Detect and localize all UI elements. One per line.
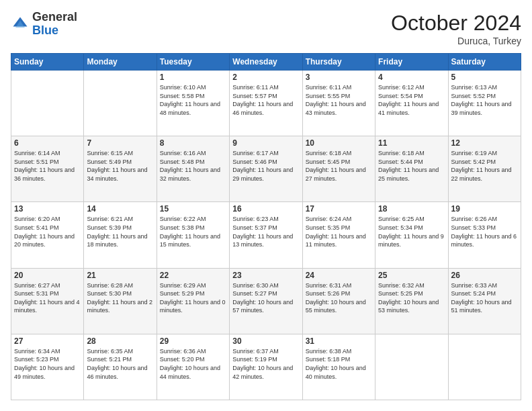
logo-text: General Blue [32, 11, 77, 38]
calendar-cell: 10Sunrise: 6:18 AMSunset: 5:45 PMDayligh… [302, 136, 375, 202]
calendar-week-2: 6Sunrise: 6:14 AMSunset: 5:51 PMDaylight… [11, 136, 521, 202]
logo-icon [11, 15, 30, 34]
day-number: 11 [378, 138, 445, 148]
calendar-cell: 20Sunrise: 6:27 AMSunset: 5:31 PMDayligh… [11, 268, 84, 334]
day-info: Sunrise: 6:19 AMSunset: 5:42 PMDaylight:… [451, 149, 518, 183]
day-info: Sunrise: 6:18 AMSunset: 5:44 PMDaylight:… [378, 149, 445, 183]
calendar-cell: 21Sunrise: 6:28 AMSunset: 5:30 PMDayligh… [84, 268, 157, 334]
calendar-cell: 16Sunrise: 6:23 AMSunset: 5:37 PMDayligh… [230, 202, 302, 268]
day-info: Sunrise: 6:29 AMSunset: 5:29 PMDaylight:… [160, 281, 226, 315]
day-number: 24 [306, 271, 372, 280]
page: General Blue October 2024 Duruca, Turkey… [0, 0, 532, 411]
logo: General Blue [11, 11, 77, 38]
day-info: Sunrise: 6:22 AMSunset: 5:38 PMDaylight:… [160, 215, 226, 248]
day-number: 10 [306, 138, 372, 148]
day-number: 2 [232, 73, 299, 82]
day-number: 9 [232, 138, 299, 148]
th-tuesday: Tuesday [157, 54, 229, 71]
calendar-cell: 11Sunrise: 6:18 AMSunset: 5:44 PMDayligh… [375, 136, 448, 202]
calendar-cell: 23Sunrise: 6:30 AMSunset: 5:27 PMDayligh… [230, 268, 302, 334]
day-info: Sunrise: 6:36 AMSunset: 5:20 PMDaylight:… [160, 347, 226, 381]
calendar-cell: 8Sunrise: 6:16 AMSunset: 5:48 PMDaylight… [157, 136, 229, 202]
calendar-cell: 1Sunrise: 6:10 AMSunset: 5:58 PMDaylight… [157, 71, 229, 136]
calendar-cell: 27Sunrise: 6:34 AMSunset: 5:23 PMDayligh… [11, 334, 84, 400]
calendar-cell: 18Sunrise: 6:25 AMSunset: 5:34 PMDayligh… [375, 202, 448, 268]
day-number: 22 [160, 271, 226, 280]
day-info: Sunrise: 6:32 AMSunset: 5:25 PMDaylight:… [378, 281, 445, 315]
day-info: Sunrise: 6:30 AMSunset: 5:27 PMDaylight:… [232, 281, 299, 315]
day-number: 6 [14, 138, 81, 148]
calendar-cell: 2Sunrise: 6:11 AMSunset: 5:57 PMDaylight… [230, 71, 302, 136]
day-info: Sunrise: 6:25 AMSunset: 5:34 PMDaylight:… [378, 215, 445, 248]
calendar-cell [375, 334, 448, 400]
day-number: 17 [306, 204, 372, 214]
calendar-cell: 29Sunrise: 6:36 AMSunset: 5:20 PMDayligh… [157, 334, 229, 400]
calendar-cell: 7Sunrise: 6:15 AMSunset: 5:49 PMDaylight… [84, 136, 157, 202]
calendar-cell: 3Sunrise: 6:11 AMSunset: 5:55 PMDaylight… [302, 71, 375, 136]
calendar-cell: 25Sunrise: 6:32 AMSunset: 5:25 PMDayligh… [375, 268, 448, 334]
day-number: 23 [232, 271, 299, 280]
day-info: Sunrise: 6:10 AMSunset: 5:58 PMDaylight:… [160, 83, 226, 117]
location-subtitle: Duruca, Turkey [391, 36, 521, 46]
calendar-cell: 4Sunrise: 6:12 AMSunset: 5:54 PMDaylight… [375, 71, 448, 136]
calendar-cell: 17Sunrise: 6:24 AMSunset: 5:35 PMDayligh… [302, 202, 375, 268]
calendar-cell: 24Sunrise: 6:31 AMSunset: 5:26 PMDayligh… [302, 268, 375, 334]
calendar-week-3: 13Sunrise: 6:20 AMSunset: 5:41 PMDayligh… [11, 202, 521, 268]
calendar-table: Sunday Monday Tuesday Wednesday Thursday… [11, 53, 521, 400]
day-number: 19 [451, 204, 518, 214]
day-number: 20 [14, 271, 81, 280]
logo-blue: Blue [32, 24, 58, 37]
day-info: Sunrise: 6:21 AMSunset: 5:39 PMDaylight:… [87, 215, 153, 248]
day-info: Sunrise: 6:18 AMSunset: 5:45 PMDaylight:… [306, 149, 372, 183]
calendar-cell: 13Sunrise: 6:20 AMSunset: 5:41 PMDayligh… [11, 202, 84, 268]
day-number: 8 [160, 138, 226, 148]
day-number: 27 [14, 336, 81, 346]
th-friday: Friday [375, 54, 448, 71]
day-info: Sunrise: 6:37 AMSunset: 5:19 PMDaylight:… [232, 347, 299, 381]
day-info: Sunrise: 6:20 AMSunset: 5:41 PMDaylight:… [14, 215, 81, 248]
header-row: Sunday Monday Tuesday Wednesday Thursday… [11, 54, 521, 71]
day-number: 13 [14, 204, 81, 214]
day-info: Sunrise: 6:34 AMSunset: 5:23 PMDaylight:… [14, 347, 81, 381]
day-number: 12 [451, 138, 518, 148]
day-info: Sunrise: 6:15 AMSunset: 5:49 PMDaylight:… [87, 149, 153, 183]
calendar-cell: 6Sunrise: 6:14 AMSunset: 5:51 PMDaylight… [11, 136, 84, 202]
day-info: Sunrise: 6:35 AMSunset: 5:21 PMDaylight:… [87, 347, 153, 381]
day-info: Sunrise: 6:26 AMSunset: 5:33 PMDaylight:… [451, 215, 518, 248]
logo-general: General [32, 10, 77, 24]
calendar-cell: 14Sunrise: 6:21 AMSunset: 5:39 PMDayligh… [84, 202, 157, 268]
day-info: Sunrise: 6:12 AMSunset: 5:54 PMDaylight:… [378, 83, 445, 117]
th-monday: Monday [84, 54, 157, 71]
day-info: Sunrise: 6:28 AMSunset: 5:30 PMDaylight:… [87, 281, 153, 315]
calendar-week-1: 1Sunrise: 6:10 AMSunset: 5:58 PMDaylight… [11, 71, 521, 136]
day-number: 15 [160, 204, 226, 214]
calendar-cell: 30Sunrise: 6:37 AMSunset: 5:19 PMDayligh… [230, 334, 302, 400]
th-thursday: Thursday [302, 54, 375, 71]
day-info: Sunrise: 6:31 AMSunset: 5:26 PMDaylight:… [306, 281, 372, 315]
day-number: 1 [160, 73, 226, 82]
day-info: Sunrise: 6:24 AMSunset: 5:35 PMDaylight:… [306, 215, 372, 248]
title-block: October 2024 Duruca, Turkey [391, 11, 521, 46]
day-number: 16 [232, 204, 299, 214]
month-title: October 2024 [391, 11, 521, 36]
calendar-cell: 31Sunrise: 6:38 AMSunset: 5:18 PMDayligh… [302, 334, 375, 400]
calendar-week-4: 20Sunrise: 6:27 AMSunset: 5:31 PMDayligh… [11, 268, 521, 334]
day-info: Sunrise: 6:17 AMSunset: 5:46 PMDaylight:… [232, 149, 299, 183]
day-number: 4 [378, 73, 445, 82]
day-info: Sunrise: 6:11 AMSunset: 5:55 PMDaylight:… [306, 83, 372, 117]
day-number: 3 [306, 73, 372, 82]
day-number: 30 [232, 336, 299, 346]
day-info: Sunrise: 6:11 AMSunset: 5:57 PMDaylight:… [232, 83, 299, 117]
calendar-cell: 15Sunrise: 6:22 AMSunset: 5:38 PMDayligh… [157, 202, 229, 268]
day-info: Sunrise: 6:23 AMSunset: 5:37 PMDaylight:… [232, 215, 299, 248]
day-number: 14 [87, 204, 153, 214]
calendar-cell: 28Sunrise: 6:35 AMSunset: 5:21 PMDayligh… [84, 334, 157, 400]
th-wednesday: Wednesday [230, 54, 302, 71]
calendar-week-5: 27Sunrise: 6:34 AMSunset: 5:23 PMDayligh… [11, 334, 521, 400]
calendar-cell: 5Sunrise: 6:13 AMSunset: 5:52 PMDaylight… [448, 71, 521, 136]
day-info: Sunrise: 6:16 AMSunset: 5:48 PMDaylight:… [160, 149, 226, 183]
th-saturday: Saturday [448, 54, 521, 71]
day-number: 28 [87, 336, 153, 346]
calendar-cell [448, 334, 521, 400]
calendar-cell [84, 71, 157, 136]
